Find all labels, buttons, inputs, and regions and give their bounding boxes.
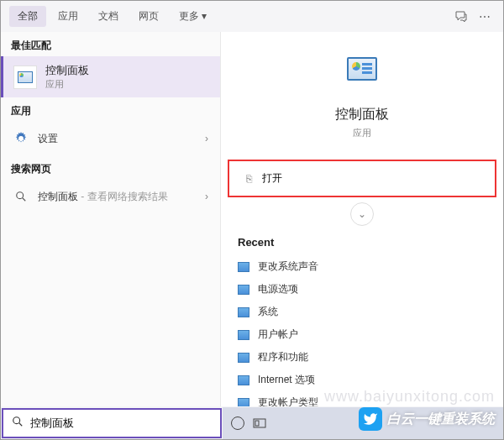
control-panel-large-icon [341,57,383,91]
tab-apps[interactable]: 应用 [50,6,87,27]
tab-web[interactable]: 网页 [130,6,167,27]
recent-item[interactable]: 用户帐户 [238,323,486,346]
tab-documents[interactable]: 文档 [90,6,127,27]
search-icon [13,188,29,205]
filter-tabs: 全部 应用 文档 网页 更多 ▾ ⋯ [1,1,503,32]
panel-item-icon [238,262,249,272]
results-panel: 最佳匹配 控制面板 应用 应用 设置 › 搜索网页 [1,32,221,406]
panel-item-icon [238,330,249,340]
chevron-right-icon: › [205,191,208,202]
preview-panel: 控制面板 应用 ⎘ 打开 ⌄ Recent 更改系统声音电源选项系统用户帐户程序… [221,32,503,406]
tab-more[interactable]: 更多 ▾ [171,6,215,27]
settings-result[interactable]: 设置 › [1,122,220,155]
best-match-result[interactable]: 控制面板 应用 [1,56,220,97]
recent-item[interactable]: 系统 [238,301,486,323]
recent-item[interactable]: 电源选项 [238,278,486,301]
cortana-icon[interactable] [231,416,244,430]
search-input[interactable] [30,417,212,430]
recent-header: Recent [238,236,486,249]
recent-item[interactable]: 更改系统声音 [238,255,486,278]
best-match-subtitle: 应用 [45,78,89,91]
gear-icon [13,130,29,147]
panel-item-icon [238,285,249,295]
search-box[interactable] [2,408,222,438]
svg-line-2 [23,198,26,202]
web-search-result[interactable]: 控制面板 - 查看网络搜索结果 › [1,180,220,213]
feedback-icon[interactable] [451,7,471,27]
recent-item[interactable]: 程序和功能 [238,346,486,369]
control-panel-icon [13,65,37,89]
web-header: 搜索网页 [1,155,220,180]
panel-item-icon [238,375,249,385]
svg-rect-6 [255,421,259,426]
search-icon [12,416,24,431]
recent-item[interactable]: 更改帐户类型 [238,391,486,406]
panel-item-icon [238,398,249,407]
preview-title: 控制面板 [221,106,503,123]
best-match-header: 最佳匹配 [1,32,220,56]
chevron-down-icon: ▾ [202,10,207,22]
task-view-icon[interactable] [253,416,266,430]
apps-header: 应用 [1,97,220,122]
tab-all[interactable]: 全部 [9,6,46,27]
open-action[interactable]: ⎘ 打开 [228,160,496,197]
panel-item-icon [238,353,249,363]
best-match-title: 控制面板 [45,63,89,78]
preview-subtitle: 应用 [221,127,503,139]
recent-item[interactable]: Internet 选项 [238,369,486,391]
svg-line-4 [19,423,23,427]
svg-point-3 [13,417,20,424]
chevron-right-icon: › [205,133,208,144]
expand-button[interactable]: ⌄ [350,202,374,226]
panel-item-icon [238,307,249,317]
svg-point-1 [17,192,24,199]
taskbar [1,407,503,439]
svg-point-0 [19,137,24,141]
open-icon: ⎘ [246,173,252,185]
chevron-down-icon: ⌄ [358,208,366,220]
more-options-icon[interactable]: ⋯ [475,7,495,27]
